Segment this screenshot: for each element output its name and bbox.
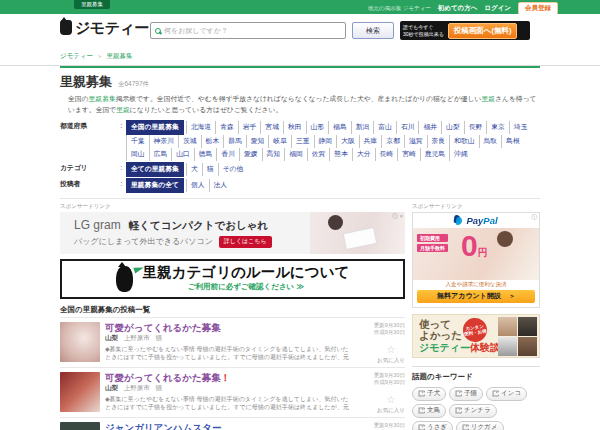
listing-row[interactable]: 可愛がってくれるかた募集 山梨 上野原市 猫 ◆募集に至ったやむをえない事情 母… [60,317,405,367]
prefecture-option[interactable]: 静岡 [314,135,337,148]
favorite-star-icon[interactable]: ☆ [387,394,396,405]
prefecture-option[interactable]: 長野 [464,121,487,134]
listing-title[interactable]: 可愛がってくれるかた募集 [105,322,350,333]
prefecture-option[interactable]: 熊本 [329,148,352,161]
rules-title: 里親カテゴリのルールについて [143,265,350,281]
prefecture-option[interactable]: 愛媛 [239,148,262,161]
prefecture-option[interactable]: 島根 [501,135,524,148]
paypal-price: 0 [461,229,478,262]
favorite-control[interactable]: ☆ お気に入り [377,389,405,414]
listing-title[interactable]: ジャンガリアンハムスター [105,422,350,430]
keyword-tag[interactable]: 文鳥 [412,404,446,418]
first-time-link[interactable]: 初めての方へ [438,4,478,13]
prefecture-option[interactable]: 和歌山 [449,135,478,148]
listing-prefecture: 山梨 [105,334,118,341]
ad-info-icon[interactable]: ⓘ [392,213,398,220]
prefecture-option[interactable]: 富山 [373,121,396,134]
prefecture-option[interactable]: 徳島 [194,148,217,161]
lg-gram-ad-banner[interactable]: LG gram 軽くてコンパクトでおしゃれ バッグにしまって外出できるパソコン … [60,212,405,254]
listing-thumbnail[interactable] [60,322,100,362]
prefecture-option[interactable]: 岡山 [126,148,149,161]
prefecture-option[interactable]: 青森 [215,121,238,134]
keyword-tag-label: インコ [501,389,521,398]
prefecture-option[interactable]: 岐阜 [268,135,291,148]
prefecture-option[interactable]: 山形 [306,121,329,134]
prefecture-option[interactable]: 高知 [262,148,285,161]
prefecture-option[interactable]: 秋田 [283,121,306,134]
tag-icon [418,407,425,414]
keyword-tag[interactable]: インコ [486,387,527,401]
prefecture-option[interactable]: 福井 [418,121,441,134]
prefecture-option[interactable]: 愛知 [246,135,269,148]
prefecture-option[interactable]: 鹿児島 [420,148,449,161]
poster-option[interactable]: 個人 [186,179,209,192]
login-link[interactable]: ログイン [484,4,511,13]
category-option[interactable]: 犬 [186,163,202,176]
prefecture-option[interactable]: 香川 [216,148,239,161]
prefecture-option[interactable]: 兵庫 [359,135,382,148]
listing-thumbnail[interactable] [60,422,100,430]
prefecture-option[interactable]: 岩手 [238,121,261,134]
listing-title[interactable]: 可愛がってくれるかた募集！ [105,372,350,383]
prefecture-option[interactable]: 福岡 [284,148,307,161]
ad-close-icon[interactable]: × [400,213,403,220]
adoption-rules-banner[interactable]: 里親カテゴリのルールについて ご利用前に必ずご確認ください ≫ [60,259,405,299]
breadcrumb-home-link[interactable]: ジモティー [60,52,93,61]
category-option[interactable]: 猫 [202,163,218,176]
category-option[interactable]: その他 [218,163,248,176]
prefecture-option[interactable]: 埼玉 [509,121,532,134]
top-green-bar: 里親募集 地元の掲示板 ジモティー 初めての方へ ログイン 会員登録 [0,0,600,14]
prefecture-option[interactable]: 宮崎 [397,148,420,161]
prefecture-option[interactable]: 鳥取 [479,135,502,148]
prefecture-option[interactable]: 山口 [171,148,194,161]
favorite-control[interactable]: ☆ お気に入り [377,339,405,364]
search-button[interactable]: 検索 [352,22,394,39]
prefecture-option[interactable]: 宮城 [260,121,283,134]
browser-tab[interactable]: 里親募集 [74,0,110,9]
poster-option[interactable]: 法人 [209,179,232,192]
search-box[interactable] [150,22,346,39]
prefecture-option[interactable]: 沖縄 [449,148,472,161]
listing-row[interactable]: 可愛がってくれるかた募集！ 山梨 上野原市 猫 ◆募集に至ったやむをえない事情 … [60,367,405,417]
filter-selected-chip[interactable]: 里親募集の全て [126,178,184,193]
prefecture-option[interactable]: 新潟 [351,121,374,134]
prefecture-option[interactable]: 山梨 [441,121,464,134]
keyword-tag[interactable]: うさぎ [412,421,453,430]
prefecture-option[interactable]: 北海道 [186,121,215,134]
filter-selected-chip[interactable]: 全ての里親募集 [126,162,184,177]
listing-thumbnail[interactable] [60,372,100,412]
keyword-tag[interactable]: 子犬 [412,387,446,401]
prefecture-option[interactable]: 佐賀 [307,148,330,161]
paypal-cta-button[interactable]: 無料アカウント開設 ＞ [417,290,535,303]
favorite-star-icon[interactable]: ☆ [387,344,396,355]
prefecture-option[interactable]: 石川 [396,121,419,134]
prefecture-option[interactable]: 群馬 [223,135,246,148]
paypal-ad[interactable]: PayPal ⓘ 初期費用 月額手数料 0 円 入金や請求に便利な決済 無料アカ… [412,212,540,308]
prefecture-option[interactable]: 大分 [352,148,375,161]
prefecture-option[interactable]: 福島 [328,121,351,134]
listing-row[interactable]: ジャンガリアンハムスター 大阪 泉佐野市 泉佐野駅 その他 ◆募集に至ったやむを… [60,417,405,430]
search-input[interactable] [164,27,341,34]
ad-info-icon[interactable]: ⓘ [532,214,538,221]
keyword-tag[interactable]: 子猫 [449,387,483,401]
prefecture-option[interactable]: 神奈川 [149,135,178,148]
keyword-tag[interactable]: チンチラ [449,404,497,418]
prefecture-option[interactable]: 千葉 [126,135,149,148]
prefecture-option[interactable]: 滋賀 [404,135,427,148]
prefecture-option[interactable]: 京都 [381,135,404,148]
description-segment: 掲示板です。全国付近で、やむを得ず手放さなければならなくなった成長した犬や、産ま… [116,95,482,102]
prefecture-option[interactable]: 三重 [291,135,314,148]
keyword-tag[interactable]: リクガメ [456,421,504,430]
prefecture-option[interactable]: 大阪 [336,135,359,148]
prefecture-option[interactable]: 栃木 [201,135,224,148]
filter-label: 投稿者 [60,178,118,193]
prefecture-option[interactable]: 東京 [486,121,509,134]
prefecture-option[interactable]: 奈良 [427,135,450,148]
post-button[interactable]: 投稿画面へ(無料) [448,23,518,39]
filter-selected-chip[interactable]: 全国の里親募集 [126,120,184,135]
prefecture-option[interactable]: 茨城 [178,135,201,148]
prefecture-option[interactable]: 長崎 [375,148,398,161]
testimonial-banner[interactable]: 使って よかった ジモティー体験談 カンタン 便利・お得 [412,314,540,358]
prefecture-option[interactable]: 広島 [149,148,172,161]
lg-cta-button[interactable]: 詳しくはこちら [219,236,272,248]
